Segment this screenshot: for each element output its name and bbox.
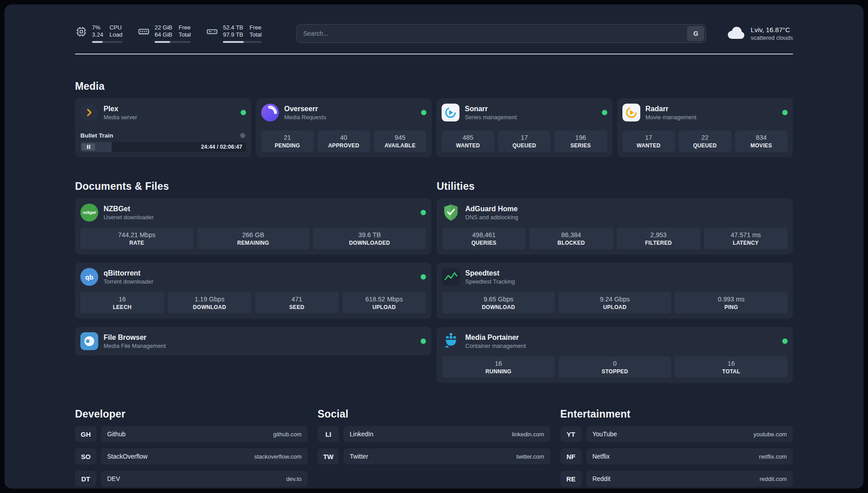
speedtest-icon [442,268,460,286]
playback-progress-bar[interactable]: 24:44 / 02:06:47 [80,142,246,152]
bookmark-dev[interactable]: DT DEV dev.to [75,471,308,487]
stat-rate: 744.21 Mbps RATE [80,228,193,249]
gear-icon[interactable] [239,132,246,139]
bookmark-name: YouTube [593,430,617,438]
status-online-dot [782,338,788,344]
stat-stopped: 0 STOPPED [559,356,672,378]
bookmark-linkedin[interactable]: LI LinkedIn linkedin.com [317,426,550,442]
section-developer: Developer GH Github github.com SO StackO… [75,408,308,487]
section-title-entertainment: Entertainment [560,408,793,420]
bookmark-name: Reddit [593,475,610,482]
stat-available: 945 AVAILABLE [374,130,426,152]
filebrowser-icon [80,332,98,350]
memory-widget: 22 GiB 64 GiB Free Total [138,24,191,43]
stat-download: 1.19 Gbps DOWNLOAD [168,292,252,313]
service-card-qbittorrent[interactable]: qb qBittorrent Torrent downloader 16 LEE… [75,263,431,319]
stat-blocked: 86,384 BLOCKED [530,228,613,249]
pause-icon[interactable] [82,143,95,150]
section-media: Media Plex Media server [75,80,793,157]
bookmark-twitter[interactable]: TW Twitter twitter.com [317,448,550,464]
memory-label-bottom: Total [179,31,191,38]
section-documents: Documents & Files nzbget NZBGet Usenet d… [75,180,431,383]
service-name: AdGuard Home [465,205,518,213]
section-title-social: Social [317,408,550,420]
playback-time: 24:44 / 02:06:47 [201,142,242,152]
service-name: Sonarr [465,104,517,113]
stat-queued: 22 QUEUED [679,130,731,152]
ram-icon [138,25,150,38]
bookmark-url: netflix.com [759,453,787,460]
service-name: qBittorrent [104,269,153,277]
disk-label-bottom: Total [250,31,262,38]
stat-upload: 618.52 Mbps UPLOAD [342,292,426,313]
memory-label-top: Free [179,24,191,31]
stat-remaining: 266 GB REMAINING [197,228,310,249]
service-card-speedtest[interactable]: Speedtest Speedtest Tracking 9.65 Gbps D… [437,263,793,319]
service-card-overseerr[interactable]: Overseerr Media Requests 21 PENDING 40 A… [256,98,432,157]
search-input[interactable] [296,24,706,43]
service-card-filebrowser[interactable]: File Browser Media File Management [75,327,431,355]
stat-wanted: 485 WANTED [442,130,494,152]
bookmark-github[interactable]: GH Github github.com [75,426,308,442]
hard-drive-icon [206,25,218,38]
bookmark-url: stackoverflow.com [254,453,301,460]
stat-series: 196 SERIES [554,130,607,152]
service-card-radarr[interactable]: Radarr Movie management 17 WANTED 22 QUE… [617,98,793,157]
bookmark-url: dev.to [286,476,301,482]
search-bar: G [296,24,706,43]
nzbget-icon: nzbget [80,204,98,221]
stat-leech: 16 LEECH [80,292,164,313]
status-online-dot [602,110,607,115]
service-card-plex[interactable]: Plex Media server Bullet Train [75,98,251,157]
service-name: Overseerr [284,104,326,113]
stat-upload: 9.24 Gbps UPLOAD [559,292,672,313]
plex-icon [80,104,98,121]
status-online-dot [421,210,426,215]
stat-movies: 834 MOVIES [735,130,788,152]
bookmark-url: linkedin.com [512,431,544,438]
service-name: Plex [104,104,137,113]
stat-running: 16 RUNNING [442,356,555,378]
service-card-portainer[interactable]: Media Portainer Container management 16 … [437,327,793,383]
stat-queries: 498,461 QUERIES [442,228,526,249]
section-title-media: Media [75,80,793,92]
now-playing-widget: Bullet Train 24:44 / 0 [80,132,246,152]
status-online-dot [421,338,426,344]
stat-downloaded: 39.6 TB DOWNLOADED [313,228,426,249]
search-engine-button[interactable]: G [687,26,704,41]
cloud-icon [726,25,745,42]
bookmark-url: youtube.com [754,431,787,438]
stat-filtered: 2,953 FILTERED [617,228,701,249]
bookmark-abbr: DT [75,471,96,487]
service-desc: DNS and adblocking [465,214,518,221]
service-card-sonarr[interactable]: Sonarr Series management 485 WANTED 17 Q… [436,98,613,157]
bookmark-name: Twitter [350,453,368,460]
cpu-usage-value: 7% [92,24,103,31]
service-card-nzbget[interactable]: nzbget NZBGet Usenet downloader 744.21 M… [75,198,431,255]
qbittorrent-icon: qb [80,268,98,286]
service-card-adguard[interactable]: AdGuard Home DNS and adblocking 498,461 … [437,198,793,255]
adguard-icon [442,204,460,221]
bookmark-url: reddit.com [760,476,787,482]
service-name: NZBGet [104,205,154,213]
dashboard: 7% 3.24 CPU Load [4,4,864,489]
portainer-icon [442,332,460,350]
bookmark-youtube[interactable]: YT YouTube youtube.com [560,426,793,442]
disk-usage-bar [223,41,262,43]
section-social: Social LI LinkedIn linkedin.com TW Twitt… [317,408,550,487]
bookmark-abbr: YT [560,426,582,442]
stat-total: 16 TOTAL [675,356,788,378]
bookmark-reddit[interactable]: RE Reddit reddit.com [560,471,793,487]
bookmark-netflix[interactable]: NF Netflix netflix.com [560,448,793,464]
bookmark-name: Github [107,430,125,438]
status-online-dot [241,110,246,115]
stat-queued: 17 QUEUED [498,130,551,152]
bookmark-url: twitter.com [517,453,544,460]
bookmark-stackoverflow[interactable]: SO StackOverflow stackoverflow.com [75,448,308,464]
service-desc: Movie management [646,114,697,121]
service-desc: Speedtest Tracking [465,278,515,285]
radarr-icon [622,104,640,121]
stat-download: 9.65 Gbps DOWNLOAD [442,292,555,313]
bookmark-name: StackOverflow [107,453,147,460]
bookmark-url: github.com [273,431,302,438]
